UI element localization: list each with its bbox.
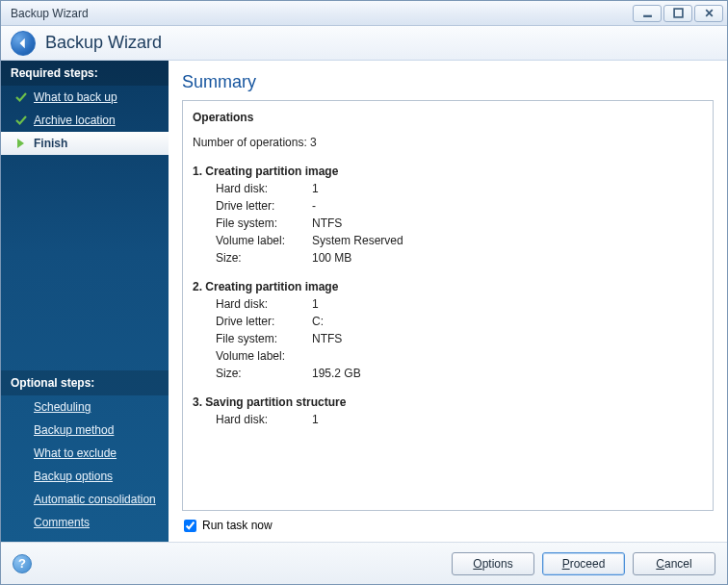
button-label-rest: roceed [570, 557, 606, 571]
bullet-icon [14, 470, 28, 483]
row-key: Hard disk: [216, 295, 312, 313]
optional-step-4[interactable]: Automatic consolidation [1, 488, 169, 511]
required-step-0[interactable]: What to back up [1, 86, 169, 109]
button-label-rest: ptions [482, 557, 513, 571]
operations-count-value: 3 [310, 136, 317, 149]
operation-3: 3. Saving partition structureHard disk:1 [193, 394, 703, 428]
svg-rect-0 [643, 15, 652, 17]
opt-label: Backup options [34, 470, 113, 483]
bullet-icon [14, 400, 28, 414]
optional-step-5[interactable]: Comments [1, 511, 169, 534]
row-key: Hard disk: [216, 180, 312, 197]
step-label: What to back up [34, 90, 117, 104]
maximize-button[interactable] [663, 5, 692, 22]
run-task-label[interactable]: Run task now [202, 519, 273, 532]
optional-step-0[interactable]: Scheduling [1, 395, 169, 419]
row-key: Drive letter: [216, 313, 312, 330]
operation-row: Hard disk:1 [193, 180, 703, 197]
accelerator: C [656, 557, 664, 571]
operation-2: 2. Creating partition imageHard disk:1Dr… [193, 278, 703, 382]
sidebar-spacer [1, 155, 169, 370]
window-title: Backup Wizard [11, 7, 631, 20]
row-key: Volume label: [216, 232, 312, 249]
row-value: C: [312, 313, 324, 330]
opt-label: Scheduling [34, 400, 91, 414]
required-step-2[interactable]: Finish [1, 132, 169, 155]
operation-title: 1. Creating partition image [193, 163, 703, 180]
operation-title: 2. Creating partition image [193, 278, 703, 295]
cancel-button[interactable]: Cancel [633, 552, 715, 575]
operations-count: Number of operations: 3 [193, 134, 703, 151]
step-label: Finish [34, 137, 67, 150]
row-value: System Reserved [312, 232, 403, 249]
opt-label: Comments [34, 516, 90, 529]
back-arrow-icon [16, 37, 30, 50]
body: Required steps: What to back upArchive l… [1, 61, 727, 542]
help-button[interactable]: ? [13, 554, 32, 573]
arrow-right-icon [14, 137, 28, 150]
row-value: 1 [312, 180, 319, 197]
operation-row: Drive letter:C: [193, 313, 703, 330]
close-button[interactable] [694, 5, 723, 22]
step-label: Archive location [34, 114, 116, 127]
summary-box: Operations Number of operations: 3 1. Cr… [182, 100, 714, 511]
footer: ? Options Proceed Cancel [1, 542, 727, 584]
help-icon: ? [18, 556, 26, 571]
header: Backup Wizard [1, 26, 727, 61]
operation-row: File system:NTFS [193, 330, 703, 347]
operation-row: Volume label:System Reserved [193, 232, 703, 249]
required-steps-header: Required steps: [1, 61, 169, 86]
options-button[interactable]: Options [452, 552, 534, 575]
operation-1: 1. Creating partition imageHard disk:1Dr… [193, 163, 703, 267]
accelerator: O [473, 557, 481, 571]
optional-step-1[interactable]: Backup method [1, 419, 169, 442]
bullet-icon [14, 516, 28, 529]
back-button[interactable] [11, 31, 36, 56]
minimize-button[interactable] [633, 5, 662, 22]
titlebar: Backup Wizard [1, 1, 727, 26]
row-value: 195.2 GB [312, 365, 361, 382]
row-key: File system: [216, 330, 312, 347]
svg-rect-1 [674, 9, 683, 17]
row-key: Size: [216, 249, 312, 267]
accelerator: P [562, 557, 570, 571]
row-value: 100 MB [312, 249, 351, 267]
operation-title: 3. Saving partition structure [193, 394, 703, 411]
sidebar: Required steps: What to back upArchive l… [1, 61, 169, 542]
operation-row: Hard disk:1 [193, 295, 703, 313]
row-key: Hard disk: [216, 411, 312, 428]
run-task-checkbox[interactable] [184, 520, 196, 532]
summary-heading: Summary [182, 72, 714, 92]
operation-row: Size:195.2 GB [193, 365, 703, 382]
required-step-1[interactable]: Archive location [1, 109, 169, 132]
check-icon [14, 114, 28, 127]
opt-label: What to exclude [34, 446, 117, 460]
operation-row: Drive letter:- [193, 197, 703, 215]
row-value: - [312, 197, 316, 215]
check-icon [14, 90, 28, 104]
row-key: Volume label: [216, 347, 312, 365]
run-task-row: Run task now [182, 519, 714, 532]
operations-header: Operations [193, 109, 703, 126]
bullet-icon [14, 423, 28, 437]
optional-step-2[interactable]: What to exclude [1, 442, 169, 465]
header-title: Backup Wizard [45, 33, 162, 53]
row-value: NTFS [312, 330, 342, 347]
proceed-button[interactable]: Proceed [542, 552, 625, 575]
main-panel: Summary Operations Number of operations:… [169, 61, 727, 542]
operation-row: Size:100 MB [193, 249, 703, 267]
bullet-icon [14, 446, 28, 460]
row-value: 1 [312, 411, 319, 428]
operation-row: File system:NTFS [193, 215, 703, 232]
close-icon [704, 8, 715, 18]
row-value: 1 [312, 295, 319, 313]
opt-label: Automatic consolidation [34, 493, 156, 506]
optional-step-3[interactable]: Backup options [1, 465, 169, 488]
row-key: File system: [216, 215, 312, 232]
operation-row: Volume label: [193, 347, 703, 365]
window: Backup Wizard Backup Wizard Required ste… [0, 0, 728, 585]
opt-label: Backup method [34, 423, 114, 437]
operations-count-label: Number of operations: [193, 136, 307, 149]
row-key: Drive letter: [216, 197, 312, 215]
optional-steps-header: Optional steps: [1, 370, 169, 395]
